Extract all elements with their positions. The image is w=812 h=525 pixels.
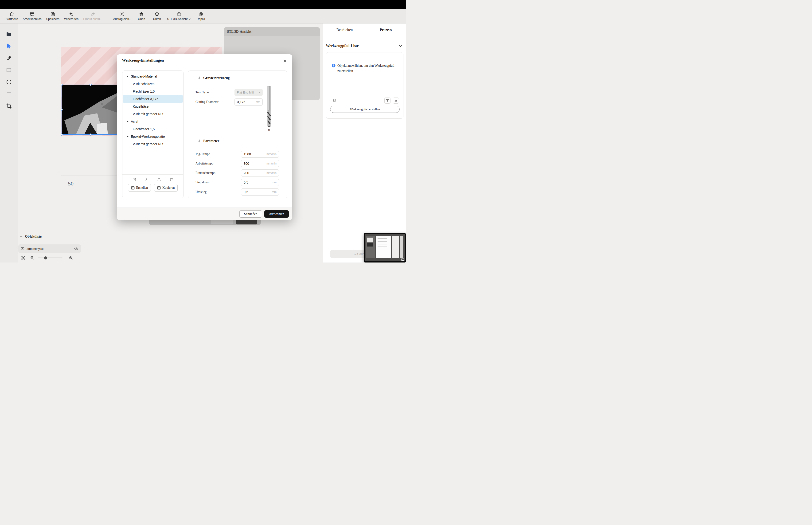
cutting-diameter-input[interactable] (235, 99, 254, 105)
trash-icon[interactable] (169, 177, 173, 182)
save-button[interactable]: Speichern (46, 12, 59, 21)
move-down-button[interactable] (393, 97, 399, 104)
repair-button[interactable]: Repair (196, 12, 206, 21)
object-list-title: Objektliste (25, 235, 42, 239)
tab-prozess[interactable]: Prozess (380, 28, 392, 32)
arrow-down-bar-icon (394, 99, 398, 102)
tree-item-selected[interactable]: Flachfräser 3,175 (123, 95, 183, 103)
cutting-diameter-field[interactable]: mm (234, 99, 263, 106)
eye-icon[interactable] (74, 246, 78, 251)
import-icon[interactable] (144, 177, 149, 182)
object-name: 3dbenchy.stl (27, 247, 72, 251)
move-top-button[interactable]: Oben (136, 12, 147, 21)
folder-icon[interactable] (6, 31, 12, 37)
param-label: Step down (196, 180, 210, 184)
zoom-out-button[interactable] (30, 256, 34, 260)
screen-preview-pip[interactable] (364, 233, 406, 262)
workspace-button[interactable]: Arbeitsbereich (23, 12, 42, 21)
create-tool-button[interactable]: Erstellen (128, 184, 151, 192)
hint-text: Objekt auswählen, um den Werkzeugpfad zu… (337, 63, 397, 74)
delete-toolpath-button[interactable] (332, 98, 337, 103)
move-bottom-button[interactable]: Unten (152, 12, 162, 21)
object-list-item[interactable]: 3dbenchy.stl (18, 244, 81, 253)
tool-type-select: Flat End Mill (234, 89, 263, 96)
gear-icon (198, 139, 201, 142)
process-panel: Bearbeiten Prozess Werkzeugpfad-Liste Ob… (323, 24, 406, 262)
dialog-footer: Schließen Auswählen (117, 208, 292, 220)
zoom-slider-knob[interactable] (44, 256, 47, 259)
save-icon (50, 12, 56, 17)
text-tool-icon[interactable] (6, 91, 12, 97)
copy-tool-button[interactable]: Kopieren (154, 184, 178, 192)
tree-item[interactable]: V-Bit schnitzen (123, 80, 183, 88)
tree-group[interactable]: Epoxid-Werkzeugplatte (123, 133, 183, 140)
plus-square-icon (131, 186, 135, 190)
collapse-chevron-icon[interactable] (399, 44, 402, 48)
close-button[interactable]: Schließen (240, 210, 262, 217)
undo-button[interactable]: Widerrufen (64, 12, 78, 21)
object-list-header[interactable]: Objektliste (20, 235, 42, 239)
toolbar-label: Auftrag einri... (113, 17, 131, 21)
select-tool-icon[interactable] (6, 43, 12, 49)
dim-tick (267, 129, 267, 131)
tree-item-label: V-Bit mit gerader Nut (133, 112, 163, 116)
chevron-down-icon (20, 235, 23, 238)
tool-settings-dialog: Werkzeug-Einstellungen Standard-Material… (117, 54, 292, 220)
job-setup-button[interactable]: Auftrag einri... (113, 12, 131, 21)
toolbar-label: Startseite (6, 17, 18, 21)
selected-object[interactable] (62, 85, 120, 135)
close-icon[interactable] (282, 58, 288, 64)
step-down-field[interactable]: mm (241, 179, 279, 186)
stepover-input[interactable] (241, 189, 265, 195)
selection-handle[interactable] (61, 108, 63, 111)
tree-item[interactable]: V-Bit mit gerader Nut (123, 110, 183, 118)
tree-item-label: V-Bit mit gerader Nut (133, 142, 163, 146)
info-icon (332, 64, 336, 68)
stl-view-dropdown[interactable]: STL 3D-Ansicht (167, 12, 191, 21)
tree-group-label: Epoxid-Werkzeugplatte (131, 135, 165, 138)
plunge-speed-input[interactable] (241, 170, 265, 176)
diameter-marker: D (264, 129, 274, 131)
create-toolpath-button[interactable]: Werkzeugpfad erstellen (330, 106, 400, 113)
tab-bearbeiten[interactable]: Bearbeiten (336, 28, 353, 32)
tree-item[interactable]: Kugelfräser (123, 103, 183, 110)
jog-speed-field[interactable]: mm/min (241, 151, 279, 158)
main-toolbar: Startseite Arbeitsbereich Speichern Wide… (0, 9, 406, 24)
home-button[interactable]: Startseite (6, 12, 18, 21)
tree-footer: Erstellen Kopieren (122, 174, 183, 198)
work-speed-input[interactable] (241, 160, 265, 167)
selection-handle[interactable] (90, 84, 92, 86)
edit-icon[interactable] (132, 177, 137, 182)
tree-group[interactable]: Standard-Material (123, 73, 183, 80)
stepover-field[interactable]: mm (241, 189, 279, 196)
selection-handle[interactable] (90, 134, 92, 136)
tree-item[interactable]: Flachfräser 1,5 (123, 125, 183, 133)
transform-tool-icon[interactable] (6, 103, 12, 109)
zoom-slider-track[interactable] (38, 258, 62, 258)
preview-line (378, 238, 387, 239)
tree-item[interactable]: V-Bit mit gerader Nut (123, 140, 183, 148)
tree-item[interactable]: Flachfräser 1,5 (123, 88, 183, 95)
selection-handle[interactable] (61, 134, 63, 136)
select-button[interactable]: Auswählen (264, 210, 289, 217)
plunge-speed-field[interactable]: mm/min (241, 169, 279, 177)
diameter-letter: D (268, 129, 270, 131)
work-speed-field[interactable]: mm/min (241, 160, 279, 167)
fit-screen-button[interactable] (21, 256, 25, 260)
export-icon[interactable] (157, 177, 161, 182)
step-down-input[interactable] (241, 179, 265, 186)
selection-handle[interactable] (61, 84, 63, 86)
move-up-button[interactable] (384, 97, 390, 104)
ellipse-tool-icon[interactable] (6, 79, 12, 85)
tree-group[interactable]: Acryl (123, 118, 183, 125)
jog-speed-input[interactable] (241, 151, 265, 158)
zoom-in-button[interactable] (68, 256, 73, 260)
pen-tool-icon[interactable] (6, 55, 12, 61)
system-menubar (0, 0, 406, 9)
gear-icon (120, 12, 125, 17)
arrow-up-bar-icon (386, 99, 389, 102)
toolbar-label: Arbeitsbereich (23, 17, 42, 21)
redo-button: Erneut ausfü... (83, 12, 102, 21)
rectangle-tool-icon[interactable] (6, 67, 12, 73)
active-tab-underline (379, 37, 395, 38)
